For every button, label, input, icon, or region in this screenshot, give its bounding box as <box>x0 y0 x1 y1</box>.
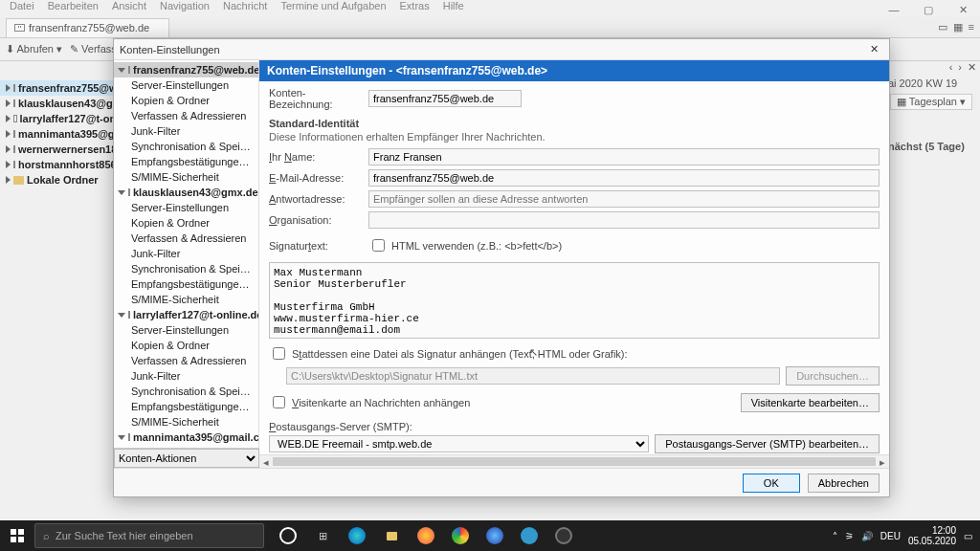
prev-icon[interactable]: ‹ <box>949 61 953 74</box>
clock[interactable]: 12:00 05.05.2020 <box>908 525 956 546</box>
window-controls: — ▢ ✕ <box>877 0 980 19</box>
edit-vcard-button[interactable]: Visitenkarte bearbeiten… <box>741 393 880 412</box>
tree-subitem[interactable]: Kopien & Ordner <box>114 93 258 108</box>
appmenu-icon[interactable]: ≡ <box>969 21 974 33</box>
taskview-icon[interactable]: ⊞ <box>306 520 339 551</box>
signature-file-checkbox[interactable] <box>273 347 285 360</box>
tree-subitem[interactable]: S/MIME-Sicherheit <box>114 292 258 307</box>
accounts-tree[interactable]: fransenfranz755@web.deServer-Einstellung… <box>114 60 259 448</box>
signature-file-label: Stattdessen eine Datei als Signatur anhä… <box>292 348 628 360</box>
chrome-icon[interactable] <box>444 520 477 551</box>
reply-to-input[interactable] <box>368 190 880 208</box>
tree-subitem[interactable]: Empfangsbestätigungen (MDN) <box>114 399 258 414</box>
menu-hilfe[interactable]: Hilfe <box>437 0 470 17</box>
menu-termine[interactable]: Termine und Aufgaben <box>275 0 391 17</box>
envelope-icon <box>13 115 17 122</box>
menu-extras[interactable]: Extras <box>394 0 435 17</box>
tree-subitem[interactable]: Server-Einstellungen <box>114 77 258 93</box>
tree-subitem[interactable]: Empfangsbestätigungen (MDN) <box>114 276 258 292</box>
app-icon[interactable] <box>513 520 546 551</box>
tree-subitem[interactable]: Junk-Filter <box>114 368 258 384</box>
envelope-icon <box>128 188 130 196</box>
calendar-icon[interactable]: ▦ <box>953 21 963 33</box>
horizontal-scrollbar[interactable]: ◂ ▸ <box>259 454 889 468</box>
scroll-right-icon[interactable]: ▸ <box>876 455 889 468</box>
tree-subitem[interactable]: S/MIME-Sicherheit <box>114 414 258 430</box>
envelope-icon <box>13 145 15 153</box>
menu-bearbeiten[interactable]: Bearbeiten <box>42 0 104 17</box>
explorer-icon[interactable] <box>375 520 408 551</box>
tree-account[interactable]: mannimanta395@gmail.com <box>114 430 258 445</box>
tree-subitem[interactable]: Server-Einstellungen <box>114 322 258 338</box>
edge-icon[interactable] <box>341 520 373 551</box>
obs-icon[interactable] <box>547 520 580 551</box>
tree-subitem[interactable]: Junk-Filter <box>114 246 258 261</box>
tree-account[interactable]: klausklausen43@gmx.de <box>114 185 258 200</box>
account-actions-dropdown[interactable]: Konten-Aktionen <box>114 449 259 468</box>
smtp-select[interactable]: WEB.DE Freemail - smtp.web.de <box>269 435 649 452</box>
tree-subitem[interactable]: Verfassen & Adressieren <box>114 108 258 123</box>
thunderbird-icon[interactable] <box>479 520 511 551</box>
expand-icon <box>6 161 11 168</box>
tree-subitem[interactable]: Verfassen & Adressieren <box>114 353 258 368</box>
organisation-label: Organisation: <box>269 214 363 226</box>
tagesplan-button[interactable]: ▦ Tagesplan ▾ <box>890 94 972 110</box>
close-button[interactable]: ✕ <box>946 0 980 19</box>
email-label: E-Mail-Adresse: <box>269 172 363 184</box>
volume-icon[interactable]: 🔊 <box>861 531 873 541</box>
language-indicator[interactable]: DEU <box>880 531 901 541</box>
tab-label: fransenfranz755@web.de <box>29 22 149 33</box>
close-sidebar-icon[interactable]: ✕ <box>968 61 976 74</box>
menu-navigation[interactable]: Navigation <box>154 0 215 17</box>
tree-subitem[interactable]: Synchronisation & Speicherplatz <box>114 384 258 399</box>
next-icon[interactable]: › <box>958 61 962 74</box>
envelope-icon <box>13 130 15 138</box>
edit-smtp-button[interactable]: Postausgangs-Server (SMTP) bearbeiten… <box>655 434 880 453</box>
vcard-checkbox[interactable] <box>273 396 285 408</box>
standard-identity-heading: Standard-Identität <box>269 118 880 129</box>
windows-taskbar: ⌕ Zur Suche Text hier eingeben ⊞ ˄ ⚞ 🔊 D… <box>0 520 980 551</box>
maximize-button[interactable]: ▢ <box>911 0 946 19</box>
organisation-input[interactable] <box>368 211 880 229</box>
tree-subitem[interactable]: Verfassen & Adressieren <box>114 231 258 246</box>
menu-nachricht[interactable]: Nachricht <box>217 0 273 17</box>
tree-subitem[interactable]: Synchronisation & Speicherplatz <box>114 139 258 154</box>
notifications-icon[interactable]: ▭ <box>964 531 972 541</box>
tree-subitem[interactable]: Synchronisation & Speicherplatz <box>114 261 258 276</box>
dialog-footer: OK Abbrechen <box>114 468 889 496</box>
expand-icon <box>6 84 11 92</box>
browse-button[interactable]: Durchsuchen… <box>786 366 880 386</box>
tree-subitem[interactable]: Junk-Filter <box>114 123 258 139</box>
signature-textarea[interactable] <box>269 262 880 339</box>
cortana-icon[interactable] <box>272 520 304 551</box>
tree-subitem[interactable]: Server-Einstellungen <box>114 200 258 215</box>
dialog-close-button[interactable]: ✕ <box>864 43 883 55</box>
start-button[interactable] <box>0 520 34 551</box>
calendar-date-label: ai 2020 KW 19 <box>888 77 976 89</box>
scroll-thumb[interactable] <box>273 457 876 466</box>
tree-account[interactable]: fransenfranz755@web.de <box>114 62 258 77</box>
mail-tab[interactable]: fransenfranz755@web.de <box>6 18 169 37</box>
tree-subitem[interactable]: Empfangsbestätigungen (MDN) <box>114 154 258 169</box>
menu-datei[interactable]: Datei <box>4 0 40 17</box>
tray-chevron-icon[interactable]: ˄ <box>833 531 837 541</box>
wifi-icon[interactable]: ⚞ <box>845 531 854 541</box>
minimize-button[interactable]: — <box>877 0 911 19</box>
cancel-button[interactable]: Abbrechen <box>808 474 880 493</box>
account-name-input[interactable] <box>368 90 522 107</box>
tree-subitem[interactable]: Kopien & Ordner <box>114 215 258 231</box>
tree-account[interactable]: larrylaffer127@t-online.de <box>114 307 258 322</box>
your-name-input[interactable] <box>368 148 880 165</box>
tree-subitem[interactable]: Kopien & Ordner <box>114 338 258 353</box>
menu-ansicht[interactable]: Ansicht <box>106 0 152 17</box>
scroll-left-icon[interactable]: ◂ <box>259 455 273 468</box>
addressbook-icon[interactable]: ▭ <box>938 21 947 33</box>
get-mail-button[interactable]: ⬇ Abrufen ▾ <box>6 43 62 55</box>
download-icon: ⬇ <box>6 43 14 55</box>
firefox-icon[interactable] <box>410 520 442 551</box>
email-input[interactable] <box>368 169 880 187</box>
html-signature-checkbox[interactable] <box>372 239 385 252</box>
taskbar-search[interactable]: ⌕ Zur Suche Text hier eingeben <box>34 523 264 548</box>
tree-subitem[interactable]: S/MIME-Sicherheit <box>114 169 258 185</box>
ok-button[interactable]: OK <box>743 474 800 493</box>
